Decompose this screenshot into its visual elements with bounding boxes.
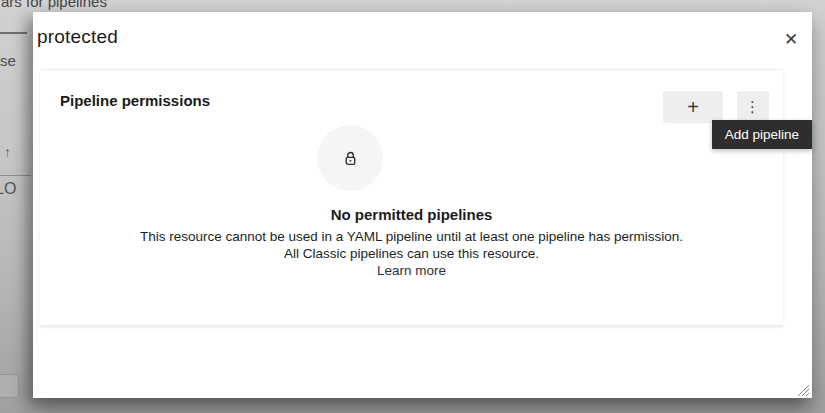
plus-icon: + bbox=[687, 96, 699, 119]
close-button[interactable]: ✕ bbox=[775, 23, 807, 55]
add-pipeline-tooltip: Add pipeline bbox=[712, 120, 812, 149]
add-pipeline-button[interactable]: + bbox=[663, 91, 723, 123]
background-button-fragment bbox=[0, 374, 19, 398]
background-text-fragment: se bbox=[0, 52, 16, 69]
panel-title: protected bbox=[37, 26, 118, 48]
card-heading: Pipeline permissions bbox=[60, 92, 210, 109]
pipeline-permissions-card: Pipeline permissions + ⋮ Add pipeline No… bbox=[40, 69, 783, 325]
resize-grip-icon bbox=[797, 384, 810, 397]
lock-icon bbox=[342, 150, 359, 167]
background-arrow-fragment: ↑ bbox=[4, 144, 11, 160]
background-divider bbox=[0, 175, 31, 176]
close-icon: ✕ bbox=[784, 29, 798, 49]
background-divider bbox=[0, 32, 27, 34]
learn-more-link[interactable]: Learn more bbox=[40, 263, 783, 278]
empty-state-title: No permitted pipelines bbox=[40, 206, 783, 223]
background-text-fragment: ars for pipelines bbox=[1, 0, 107, 10]
resize-handle[interactable] bbox=[797, 383, 810, 396]
background-text-fragment: LO bbox=[0, 180, 16, 198]
more-options-button[interactable]: ⋮ bbox=[737, 91, 769, 123]
kebab-icon: ⋮ bbox=[745, 98, 761, 116]
empty-state-description-line2: All Classic pipelines can use this resou… bbox=[40, 246, 783, 261]
lock-illustration bbox=[317, 125, 383, 191]
empty-state-description-line1: This resource cannot be used in a YAML p… bbox=[40, 229, 783, 244]
pipeline-permissions-panel: protected ✕ Pipeline permissions + ⋮ Add… bbox=[33, 12, 812, 398]
